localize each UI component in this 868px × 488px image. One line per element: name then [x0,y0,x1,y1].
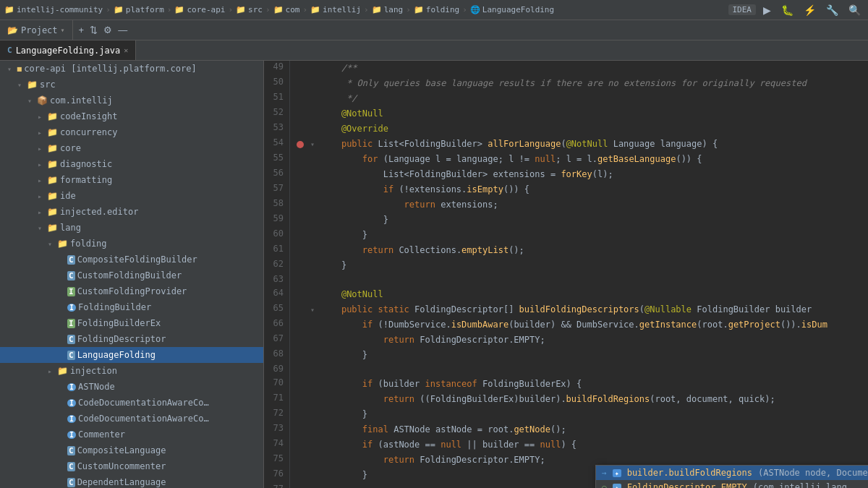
code-line-64: 64 @NotNull [264,287,868,302]
tree-item-CustomFoldingProvider[interactable]: I CustomFoldingProvider [0,283,263,299]
code-line-52: 52 @NotNull [264,106,868,121]
breadcrumb-com[interactable]: 📁 com [273,5,300,14]
fold-icon[interactable]: ▾ [307,302,318,317]
project-icon: 📂 [7,25,18,35]
line-gutter [293,121,307,137]
code-line-61: 61 return Collections.emptyList(); [264,243,868,258]
tree-item-ASTNode[interactable]: I ASTNode [0,379,263,395]
breadcrumb-platform[interactable]: 📁 platform [114,5,164,14]
tree-item-LanguageFolding[interactable]: C LanguageFolding [0,347,263,363]
breadcrumb-languagefolding[interactable]: 🌐 LanguageFolding [470,5,554,14]
tree-item-injection[interactable]: 📁 injection [0,363,263,379]
line-number: 77 [264,483,290,488]
tree-item-FoldingBuilder[interactable]: I FoldingBuilder [0,299,263,315]
interface-icon: I [67,287,75,296]
tree-item-folding[interactable]: 📁 folding [0,236,263,252]
code-line-65: 65 ▾ public static FoldingDescriptor[] b… [264,302,868,317]
tree-item-diagnostic[interactable]: 📁 diagnostic [0,156,263,172]
line-content: if (!DumbService.isDumbAware(builder) &&… [318,317,868,333]
tree-item-injected-editor[interactable]: 📁 injected.editor [0,204,263,220]
tree-item-concurrency[interactable]: 📁 concurrency [0,124,263,140]
fold-icon [307,377,318,392]
line-gutter [293,61,307,76]
line-content [318,273,868,287]
tree-arrow-icon [38,160,45,168]
tree-item-ide[interactable]: 📁 ide [0,188,263,204]
file-tab-languagefolding[interactable]: C LanguageFolding.java ✕ [0,40,136,60]
line-gutter [293,437,307,453]
autocomplete-item-2[interactable]: ○ ✦ FoldingDescriptor.EMPTY (com.intelli… [596,480,868,488]
fold-icon [307,363,318,377]
run-button[interactable]: ▶ [760,3,774,17]
package-icon: 📦 [37,95,48,106]
breadcrumb-intellij[interactable]: 📁 intellij [310,5,361,14]
line-content: @Override [318,121,868,137]
method-arrow-icon: → [602,468,607,478]
info-icon: I [67,415,76,423]
line-number: 52 [264,106,290,121]
breadcrumb-intellij-community[interactable]: 📁 intellij-community [4,5,103,14]
folder-icon: 📁 [47,207,58,217]
gear-button[interactable]: ⚙ [102,23,114,37]
autocomplete-popup: → ✦ builder.buildFoldRegions (ASTNode no… [595,465,868,488]
main-area: ◼ core-api [intellij.platform.core] 📁 sr… [0,61,868,488]
line-number: 62 [264,258,290,273]
breadcrumb-sep: › [406,5,411,14]
breadcrumb-folding[interactable]: 📁 folding [414,5,459,14]
tree-item-core-api[interactable]: ◼ core-api [intellij.platform.core] [0,61,263,77]
search-button[interactable]: 🔍 [846,3,864,17]
add-button[interactable]: + [77,23,86,37]
line-gutter [293,137,307,152]
tree-item-CodeDocumentationAwareCo2[interactable]: I CodeDocumentationAwareCo… [0,411,263,427]
line-content: } [318,213,868,228]
fold-icon[interactable]: ▾ [307,137,318,152]
ac-method-name-2: FoldingDescriptor.EMPTY [627,482,747,488]
line-gutter [293,197,307,213]
line-content: /** [318,61,868,76]
breakpoint [297,141,304,148]
ac-params-2: (com.intellij.lang… [753,482,852,488]
tree-item-DependentLanguage[interactable]: C DependentLanguage [0,474,263,488]
info-icon: I [67,399,76,407]
debug-button[interactable]: 🐛 [778,3,796,17]
tree-item-FoldingDescriptor[interactable]: C FoldingDescriptor [0,331,263,347]
tree-item-FoldingBuilderEx[interactable]: I FoldingBuilderEx [0,315,263,331]
tree-item-Commenter[interactable]: I Commenter [0,427,263,442]
top-navigation-bar: 📁 intellij-community › 📁 platform › 📁 co… [0,0,868,20]
tab-close-button[interactable]: ✕ [124,46,128,54]
breadcrumb-sep: › [106,5,111,14]
file-tabs-bar: C LanguageFolding.java ✕ [0,40,868,61]
fold-icon [307,468,318,483]
line-content: @NotNull [318,287,868,302]
tree-item-CompositeLanguage[interactable]: C CompositeLanguage [0,442,263,458]
code-area[interactable]: 49 /** 50 * Only queries base language r… [264,61,868,488]
build-button[interactable]: ⚡ [801,3,819,17]
autocomplete-item-1[interactable]: → ✦ builder.buildFoldRegions (ASTNode no… [596,466,868,480]
line-number: 57 [264,182,290,197]
close-panel-button[interactable]: — [116,23,129,37]
tree-item-CustomUncommenter[interactable]: C CustomUncommenter [0,458,263,474]
line-number: 73 [264,422,290,437]
tree-item-core[interactable]: 📁 core [0,140,263,156]
breadcrumb-src[interactable]: 📁 src [236,5,263,14]
ac-params-1: (ASTNode node, Document document) [758,468,868,478]
tree-item-lang[interactable]: 📁 lang [0,220,263,236]
tree-item-src[interactable]: 📁 src [0,77,263,93]
settings-button[interactable]: 🔧 [823,3,841,17]
line-number: 70 [264,377,290,392]
tree-item-codeInsight[interactable]: 📁 codeInsight [0,108,263,124]
tree-item-CustomFoldingBuilder[interactable]: C CustomFoldingBuilder [0,267,263,283]
tree-arrow-icon [48,367,55,375]
project-panel-label[interactable]: 📂 Project ▾ [0,20,73,40]
code-line-60: 60 } [264,228,868,243]
line-gutter [293,422,307,437]
tree-item-com-intellij[interactable]: 📦 com.intellij [0,93,263,108]
breadcrumb-lang[interactable]: 📁 lang [372,5,404,14]
sort-button[interactable]: ⇅ [88,23,99,37]
tree-item-formatting[interactable]: 📁 formatting [0,172,263,188]
tree-item-CodeDocumentationAwareCo1[interactable]: I CodeDocumentationAwareCo… [0,395,263,411]
folder-icon: 📁 [236,5,246,14]
tree-item-CompositeFoldingBuilder[interactable]: C CompositeFoldingBuilder [0,252,263,267]
code-line-67: 67 return FoldingDescriptor.EMPTY; [264,333,868,348]
breadcrumb-core-api[interactable]: 📁 core-api [174,5,225,14]
